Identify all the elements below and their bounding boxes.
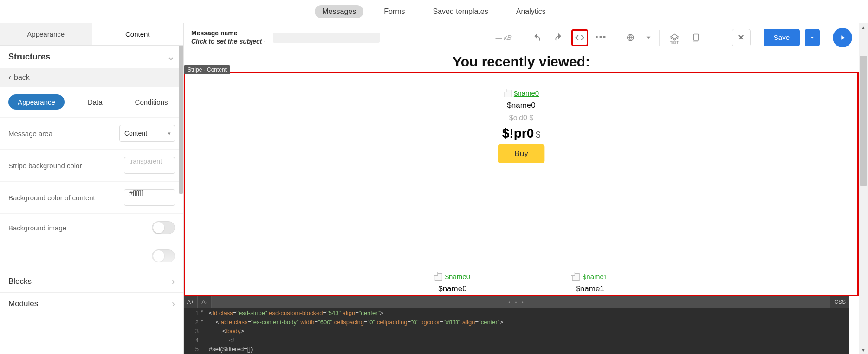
save-dropdown-button[interactable]: [805, 29, 820, 46]
content-bg-label: Background color of content: [8, 194, 95, 202]
product-row: $name0 $name0 $name1 $name1: [435, 273, 608, 294]
subtab-row: Appearance Data Conditions: [0, 87, 183, 117]
scrollbar-thumb[interactable]: [860, 56, 867, 186]
editor-toolbar: Message name Click to set the subject — …: [184, 23, 868, 52]
broken-image-icon: [504, 90, 511, 97]
canvas[interactable]: You recently viewed: Stripe - Content $n…: [184, 52, 859, 354]
message-area-select[interactable]: Content: [119, 125, 175, 142]
code-editor[interactable]: A+ A- • • • CSS 12345 <td class="esd-str…: [184, 296, 849, 354]
drag-handle-icon[interactable]: • • •: [508, 299, 525, 306]
redacted-block: [273, 33, 380, 43]
left-tab-content[interactable]: Content: [92, 23, 184, 45]
stripe-tag: Stripe - Content: [184, 65, 230, 74]
bg-image-label: Background image: [8, 224, 66, 232]
product-image-link[interactable]: $name0: [445, 273, 470, 281]
product-price-currency: $: [536, 130, 540, 139]
undo-icon[interactable]: [529, 29, 545, 46]
code-toolbar: A+ A- • • • CSS: [184, 296, 849, 308]
subtab-conditions[interactable]: Conditions: [126, 94, 177, 110]
buy-button[interactable]: Buy: [498, 144, 544, 163]
language-dropdown-icon[interactable]: [644, 29, 653, 46]
left-panel-tabs: Appearance Content: [0, 23, 183, 46]
product-image[interactable]: $name0: [504, 89, 539, 97]
css-button[interactable]: CSS: [830, 296, 849, 308]
broken-image-icon: [435, 273, 442, 281]
product-old-price: $old0 $: [509, 114, 534, 122]
left-tab-appearance[interactable]: Appearance: [0, 23, 92, 45]
font-decrease-button[interactable]: A-: [198, 296, 212, 308]
play-button[interactable]: [833, 28, 852, 47]
subject-placeholder[interactable]: Click to set the subject: [191, 38, 266, 46]
tab-forms[interactable]: Forms: [376, 5, 412, 18]
stripe-bg-input[interactable]: transparent: [124, 157, 175, 174]
product-card: $name0 $name0: [435, 273, 470, 294]
message-name-label: Message name: [191, 29, 266, 38]
redo-icon[interactable]: [550, 29, 567, 46]
line-gutter: 12345: [184, 308, 202, 354]
field-cutoff: [0, 242, 183, 270]
code-content[interactable]: <td class="esd-stripe" esd-custom-block-…: [202, 308, 503, 354]
right-panel: Message name Click to set the subject — …: [184, 23, 868, 354]
section-modules[interactable]: Modules: [0, 292, 183, 315]
size-indicator: — kB: [496, 34, 512, 41]
cutoff-toggle[interactable]: [152, 249, 175, 262]
product-image[interactable]: $name1: [572, 273, 608, 281]
code-view-icon[interactable]: [571, 29, 588, 46]
font-increase-button[interactable]: A+: [184, 296, 198, 308]
tab-saved-templates[interactable]: Saved templates: [426, 5, 496, 18]
field-bg-image: Background image: [0, 213, 183, 242]
copy-icon[interactable]: [687, 29, 704, 46]
chevron-right-icon: [172, 276, 175, 287]
svg-rect-1: [694, 34, 699, 40]
main-area: Appearance Content Structures back Appea…: [0, 23, 868, 354]
product-name: $name1: [576, 284, 604, 294]
left-scrollbar[interactable]: [179, 46, 183, 194]
chevron-down-icon: [167, 51, 175, 62]
subtab-appearance[interactable]: Appearance: [8, 94, 65, 110]
product-image-link[interactable]: $name1: [583, 273, 608, 281]
section-structures-label: Structures: [8, 52, 50, 62]
save-button[interactable]: Save: [764, 29, 800, 46]
product-name: $name0: [507, 101, 535, 110]
feature-product: $name0 $name0 $old0 $ $!pr0$ Buy: [498, 89, 544, 163]
broken-image-icon: [572, 273, 580, 281]
field-content-bg: Background color of content #ffffff: [0, 181, 183, 213]
test-icon[interactable]: TEST: [666, 29, 683, 46]
scroll-up-arrow[interactable]: ▲: [859, 23, 868, 32]
right-scrollbar[interactable]: ▲ ▼: [859, 23, 868, 354]
content-bg-input[interactable]: #ffffff: [124, 189, 175, 206]
field-message-area: Message area Content: [0, 117, 183, 149]
subtab-data[interactable]: Data: [78, 94, 112, 110]
message-name-block: Message name Click to set the subject: [191, 29, 266, 46]
left-panel: Appearance Content Structures back Appea…: [0, 23, 184, 354]
chevron-right-icon: [172, 298, 175, 309]
tab-analytics[interactable]: Analytics: [509, 5, 553, 18]
stripe-bg-label: Stripe background color: [8, 162, 82, 170]
canvas-heading: You recently viewed:: [184, 54, 859, 70]
section-modules-label: Modules: [8, 299, 38, 308]
cutoff-label: [8, 252, 10, 260]
section-blocks-label: Blocks: [8, 277, 32, 286]
product-price-value: $!pr0: [502, 126, 534, 140]
bg-image-toggle[interactable]: [152, 221, 175, 234]
scroll-down-arrow[interactable]: ▼: [859, 346, 868, 354]
product-price: $!pr0$: [502, 126, 540, 141]
message-area-label: Message area: [8, 130, 52, 138]
field-stripe-bg: Stripe background color transparent: [0, 149, 183, 181]
close-button[interactable]: ✕: [732, 29, 751, 46]
top-nav: Messages Forms Saved templates Analytics: [0, 0, 868, 23]
section-structures[interactable]: Structures: [0, 46, 183, 68]
more-icon[interactable]: •••: [593, 29, 609, 46]
tab-messages[interactable]: Messages: [315, 5, 363, 18]
product-card: $name1 $name1: [572, 273, 608, 294]
product-image-link[interactable]: $name0: [514, 89, 539, 97]
product-image[interactable]: $name0: [435, 273, 470, 281]
section-blocks[interactable]: Blocks: [0, 270, 183, 292]
language-icon[interactable]: [623, 29, 640, 46]
back-button[interactable]: back: [0, 68, 183, 87]
product-name: $name0: [438, 284, 466, 294]
code-body[interactable]: 12345 <td class="esd-stripe" esd-custom-…: [184, 308, 849, 354]
